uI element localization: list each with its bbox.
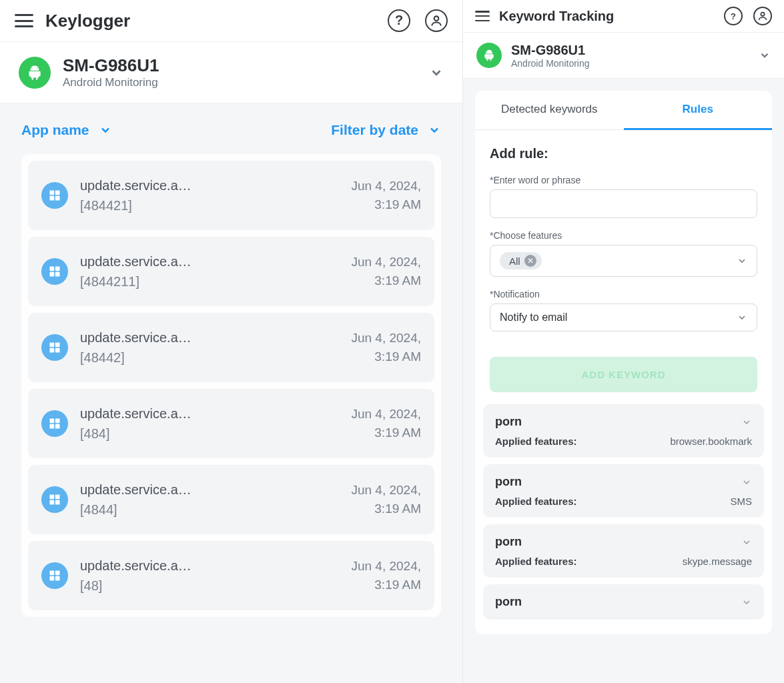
chevron-down-icon: [741, 477, 752, 488]
app-name-filter[interactable]: App name: [21, 122, 112, 138]
rule-head: porn: [495, 475, 752, 489]
device-name: SM-G986U1: [511, 42, 749, 58]
log-app-name: update.service.a…: [80, 327, 339, 348]
log-timestamp: Jun 4, 2024,3:19 AM: [351, 481, 421, 519]
svg-rect-22: [50, 571, 55, 576]
log-main: update.service.a… [4844]: [80, 480, 339, 520]
menu-icon[interactable]: [475, 11, 490, 21]
svg-rect-9: [55, 272, 60, 277]
rule-features-value: SMS: [730, 496, 752, 507]
log-item[interactable]: update.service.a… [484421] Jun 4, 2024,3…: [28, 161, 434, 230]
app-icon: [41, 182, 68, 209]
log-app-name: update.service.a…: [80, 556, 339, 576]
filter-by-date[interactable]: Filter by date: [331, 122, 441, 138]
svg-point-1: [434, 16, 439, 21]
date-filter-label: Filter by date: [331, 122, 418, 138]
keylogger-panel: Keylogger ? SM-G986U1 Android Monitoring…: [0, 0, 463, 683]
rules-card: Detected keywords Rules Add rule: *Enter…: [475, 91, 772, 634]
svg-point-27: [761, 13, 764, 16]
tab-detected[interactable]: Detected keywords: [475, 91, 624, 129]
rule-keyword: porn: [495, 535, 522, 549]
help-icon[interactable]: ?: [724, 7, 743, 25]
svg-rect-16: [50, 424, 55, 429]
device-subtitle: Android Monitoring: [63, 76, 417, 89]
device-selector[interactable]: SM-G986U1 Android Monitoring: [0, 42, 462, 103]
log-main: update.service.a… [484421]: [80, 175, 339, 215]
chip-remove-icon[interactable]: ✕: [524, 255, 536, 267]
features-label: *Choose features: [490, 230, 757, 241]
rule-item[interactable]: porn Applied features: SMS: [483, 464, 764, 518]
chevron-down-icon: [741, 597, 752, 608]
log-app-name: update.service.a…: [80, 175, 339, 195]
rules-list: porn Applied features: browser.bookmark …: [475, 404, 772, 634]
log-item[interactable]: update.service.a… [48] Jun 4, 2024,3:19 …: [28, 541, 434, 610]
svg-rect-8: [50, 272, 55, 277]
app-icon: [41, 334, 68, 361]
log-item[interactable]: update.service.a… [4844211] Jun 4, 2024,…: [28, 237, 434, 306]
profile-icon[interactable]: [425, 9, 448, 32]
log-main: update.service.a… [48442]: [80, 327, 339, 368]
form-title: Add rule:: [490, 146, 757, 161]
android-icon: [476, 43, 502, 68]
log-item[interactable]: update.service.a… [4844] Jun 4, 2024,3:1…: [28, 465, 434, 534]
log-app-name: update.service.a…: [80, 404, 339, 424]
log-list-card: update.service.a… [484421] Jun 4, 2024,3…: [21, 154, 441, 617]
profile-icon[interactable]: [753, 7, 772, 25]
svg-rect-19: [55, 495, 60, 500]
word-input[interactable]: [490, 189, 757, 218]
app-icon: [41, 258, 68, 285]
log-timestamp: Jun 4, 2024,3:19 AM: [351, 329, 421, 367]
rule-item[interactable]: porn Applied features:: [483, 584, 764, 620]
svg-rect-11: [55, 343, 60, 348]
add-keyword-button[interactable]: ADD KEYWORD: [490, 357, 757, 392]
svg-rect-15: [55, 419, 60, 424]
svg-rect-3: [55, 191, 60, 195]
log-timestamp: Jun 4, 2024,3:19 AM: [351, 557, 421, 595]
chevron-down-icon: [759, 49, 771, 61]
chevron-down-icon: [428, 123, 441, 137]
svg-rect-20: [50, 500, 55, 505]
app-icon: [41, 410, 68, 437]
svg-text:?: ?: [731, 11, 736, 21]
rule-item[interactable]: porn Applied features: skype.message: [483, 524, 764, 578]
notification-value: Notify to email: [500, 311, 567, 323]
device-name: SM-G986U1: [63, 55, 417, 76]
svg-rect-23: [55, 571, 60, 576]
help-icon[interactable]: ?: [388, 9, 410, 32]
log-app-name: update.service.a…: [80, 251, 339, 271]
app-icon: [41, 562, 68, 589]
log-code: [484]: [80, 424, 339, 444]
log-list-area: update.service.a… [484421] Jun 4, 2024,3…: [0, 154, 462, 683]
rule-keyword: porn: [495, 475, 522, 489]
rule-keyword: porn: [495, 415, 522, 429]
log-main: update.service.a… [484]: [80, 404, 339, 444]
log-app-name: update.service.a…: [80, 480, 339, 500]
topbar-actions: ?: [724, 7, 772, 25]
log-main: update.service.a… [4844211]: [80, 251, 339, 291]
chevron-down-icon: [737, 255, 747, 266]
log-code: [4844211]: [80, 271, 339, 291]
rule-head: porn: [495, 535, 752, 549]
rule-features-value: skype.message: [683, 556, 752, 567]
rule-item[interactable]: porn Applied features: browser.bookmark: [483, 404, 764, 458]
log-item[interactable]: update.service.a… [484] Jun 4, 2024,3:19…: [28, 389, 434, 458]
tab-rules[interactable]: Rules: [624, 91, 773, 130]
log-code: [48442]: [80, 348, 339, 368]
rule-features-label: Applied features:: [495, 436, 577, 447]
android-icon: [19, 57, 51, 89]
log-timestamp: Jun 4, 2024,3:19 AM: [351, 405, 421, 443]
rule-row: Applied features: SMS: [495, 496, 752, 507]
svg-rect-5: [55, 196, 60, 201]
device-selector[interactable]: SM-G986U1 Android Monitoring: [463, 33, 784, 79]
menu-icon[interactable]: [15, 14, 33, 27]
chevron-down-icon: [99, 123, 112, 137]
rule-features-label: Applied features:: [495, 556, 577, 567]
log-item[interactable]: update.service.a… [48442] Jun 4, 2024,3:…: [28, 313, 434, 382]
notification-select[interactable]: Notify to email: [490, 303, 757, 331]
features-select[interactable]: All ✕: [490, 245, 757, 277]
svg-rect-12: [50, 348, 55, 353]
page-title: Keyword Tracking: [499, 9, 724, 24]
svg-rect-14: [50, 419, 55, 424]
topbar-actions: ?: [388, 9, 448, 32]
svg-rect-25: [55, 576, 60, 581]
